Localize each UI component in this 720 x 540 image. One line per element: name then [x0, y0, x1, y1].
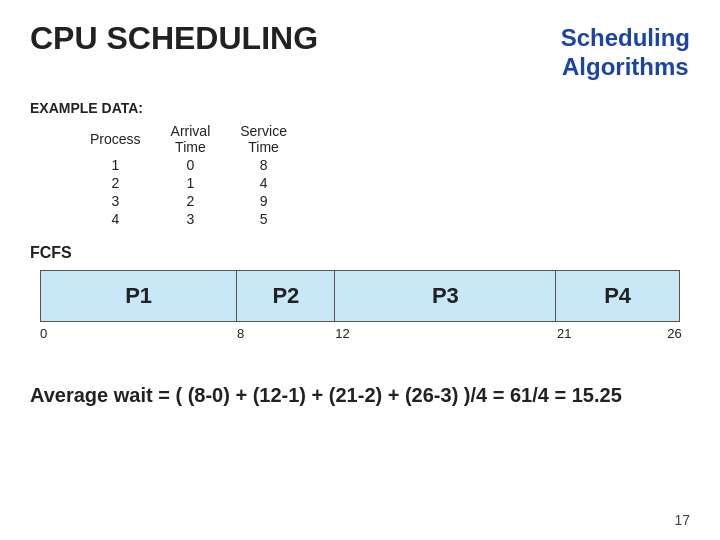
page: CPU SCHEDULING Scheduling Algorithms EXA…: [0, 0, 720, 540]
average-wait: Average wait = ( (8-0) + (12-1) + (21-2)…: [30, 384, 690, 407]
gantt-labels: 0 8 12 21 26: [40, 326, 680, 346]
row1-service: 8: [240, 156, 317, 174]
row3-arrival: 2: [171, 192, 241, 210]
row1-arrival: 0: [171, 156, 241, 174]
time-label-21: 21: [557, 326, 571, 341]
row4-process: 4: [90, 210, 171, 228]
gantt-cell-p1: P1: [41, 271, 237, 321]
col-arrival: ArrivalTime: [171, 122, 241, 156]
example-label: EXAMPLE DATA:: [30, 100, 690, 116]
side-title-line2: Algorithms: [562, 53, 689, 80]
row3-service: 9: [240, 192, 317, 210]
time-label-8: 8: [237, 326, 244, 341]
gantt-cell-p4: P4: [556, 271, 679, 321]
gantt-bar-row: P1 P2 P3 P4: [40, 270, 680, 322]
col-service: ServiceTime: [240, 122, 317, 156]
row2-service: 4: [240, 174, 317, 192]
gantt-container: P1 P2 P3 P4 0 8 12 21 26: [40, 270, 680, 346]
time-label-26: 26: [667, 326, 681, 341]
row3-process: 3: [90, 192, 171, 210]
row1-process: 1: [90, 156, 171, 174]
page-number: 17: [674, 512, 690, 528]
main-title: CPU SCHEDULING: [30, 20, 318, 57]
data-table: Process ArrivalTime ServiceTime 1 0 8 2 …: [90, 122, 690, 228]
side-title-line1: Scheduling: [561, 24, 690, 51]
gantt-cell-p3: P3: [335, 271, 556, 321]
header: CPU SCHEDULING Scheduling Algorithms: [30, 20, 690, 82]
gantt-cell-p2: P2: [237, 271, 335, 321]
row4-arrival: 3: [171, 210, 241, 228]
row4-service: 5: [240, 210, 317, 228]
side-title: Scheduling Algorithms: [561, 20, 690, 82]
time-label-0: 0: [40, 326, 47, 341]
time-label-12: 12: [335, 326, 349, 341]
fcfs-label: FCFS: [30, 244, 690, 262]
row2-process: 2: [90, 174, 171, 192]
row2-arrival: 1: [171, 174, 241, 192]
col-process: Process: [90, 122, 171, 156]
